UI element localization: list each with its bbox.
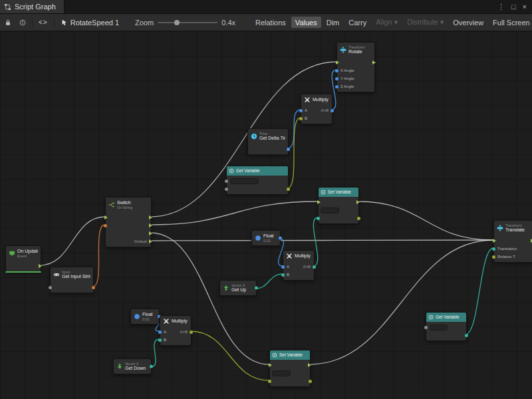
value-port[interactable] <box>335 77 338 80</box>
variable-name-field[interactable] <box>230 178 259 184</box>
button-carry[interactable]: Carry <box>344 17 370 28</box>
separator <box>32 18 33 27</box>
flow-port[interactable] <box>493 239 496 243</box>
node-rotate[interactable]: TransformRotateX AngleY AngleZ Angle <box>336 42 375 92</box>
value-port[interactable] <box>309 380 312 383</box>
value-port[interactable] <box>268 380 271 383</box>
node-on-update[interactable]: On UpdateEvent <box>5 245 41 272</box>
tab-script-graph[interactable]: Script Graph <box>0 0 65 13</box>
value-port[interactable] <box>287 188 290 191</box>
node-header: Set Variable <box>319 188 358 197</box>
value-port[interactable] <box>150 365 153 368</box>
node-multiply-bottom[interactable]: MultiplyAA×BB <box>160 315 192 346</box>
node-row <box>270 377 310 385</box>
button-align[interactable]: Align ▾ <box>372 17 402 28</box>
button-full-screen[interactable]: Full Screen <box>489 17 532 28</box>
zoom-slider-track[interactable] <box>158 22 217 23</box>
node-set-variable-bottom[interactable]: Set Variable <box>269 350 311 387</box>
value-port[interactable] <box>492 247 495 251</box>
node-row: B <box>283 271 314 279</box>
flow-port[interactable] <box>308 363 311 367</box>
value-port[interactable] <box>331 109 334 112</box>
value-port[interactable] <box>313 265 316 269</box>
value-port[interactable] <box>335 69 338 72</box>
node-get-variable-top[interactable]: Get Variable <box>226 166 289 195</box>
value-port[interactable] <box>104 224 107 227</box>
node-set-variable-top[interactable]: Set Variable <box>318 187 359 224</box>
flow-port[interactable] <box>149 215 152 219</box>
port-label: A <box>164 330 166 334</box>
node-float-bottom[interactable]: Float0.01 <box>130 309 160 325</box>
close-icon[interactable]: × <box>523 0 527 13</box>
value-port[interactable] <box>255 287 258 290</box>
value-port[interactable] <box>299 109 303 112</box>
flow-port[interactable] <box>356 200 360 204</box>
node-titles: Get Variable <box>436 315 460 319</box>
zoom-slider[interactable] <box>158 18 217 27</box>
button-overview[interactable]: Overview <box>449 17 487 28</box>
graph-selector[interactable]: RotateSpeed 1 <box>59 19 122 27</box>
menu-icon[interactable]: ⋮ <box>497 0 505 13</box>
button-relations[interactable]: Relations <box>251 17 290 28</box>
value-port[interactable] <box>281 273 285 277</box>
node-get-delta-time[interactable]: TimeGet Delta Time <box>247 128 289 155</box>
zoom-slider-thumb[interactable] <box>174 20 180 25</box>
node-multiply-mid[interactable]: MultiplyAA×BB <box>283 250 315 281</box>
variable-name-field[interactable] <box>430 325 448 331</box>
node-header: Get Variable <box>426 313 466 322</box>
value-port[interactable] <box>492 255 495 259</box>
button-values[interactable]: Values <box>291 17 321 28</box>
flow-port[interactable] <box>372 61 376 65</box>
value-port[interactable] <box>158 338 162 342</box>
value-port[interactable] <box>225 188 228 191</box>
value-port[interactable] <box>190 331 193 334</box>
value-port[interactable] <box>279 237 282 240</box>
node-body <box>426 322 466 340</box>
node-titles: InputGet Input Strin <box>62 270 90 279</box>
flow-port[interactable] <box>317 200 321 204</box>
node-body: Default <box>106 212 151 247</box>
flow-port[interactable] <box>39 264 42 268</box>
flow-port[interactable] <box>336 61 339 65</box>
value-port[interactable] <box>225 180 228 183</box>
monitor-icon <box>9 250 15 257</box>
node-vector3-get-up[interactable]: Vector 3Get Up <box>219 280 257 296</box>
value-port[interactable] <box>49 286 52 289</box>
node-header: Vector 3Get Down <box>114 359 151 374</box>
node-multiply-top[interactable]: MultiplyAA×BB <box>301 94 332 124</box>
value-port[interactable] <box>299 117 303 120</box>
value-port[interactable] <box>424 326 428 329</box>
value-port[interactable] <box>335 85 338 88</box>
button-distribute[interactable]: Distribute ▾ <box>403 17 448 28</box>
flow-port[interactable] <box>149 239 152 243</box>
value-port[interactable] <box>287 148 290 151</box>
value-port[interactable] <box>465 334 468 337</box>
lock-button[interactable] <box>3 18 13 27</box>
variable-name-field[interactable] <box>272 370 291 376</box>
node-row: Y Angle <box>337 74 374 82</box>
flow-port[interactable] <box>149 223 152 227</box>
node-vector3-get-down[interactable]: Vector 3Get Down <box>113 358 152 374</box>
wire-vector3-get-up-to-multiply-mid <box>255 274 283 289</box>
flow-port[interactable] <box>149 231 152 235</box>
button-dim[interactable]: Dim <box>323 17 344 28</box>
node-float-mid[interactable]: Float0.01 <box>251 230 281 246</box>
variable-name-field[interactable] <box>321 207 339 213</box>
flow-port[interactable] <box>269 363 272 367</box>
value-port[interactable] <box>92 286 95 289</box>
maximize-icon[interactable]: □ <box>511 0 516 13</box>
node-switch[interactable]: SwitchOn StringDefault <box>105 197 152 247</box>
value-port[interactable] <box>281 265 285 269</box>
node-row: X Angle <box>337 66 374 74</box>
value-port[interactable] <box>158 331 162 334</box>
code-button[interactable]: <> <box>37 17 50 27</box>
value-port[interactable] <box>317 217 320 220</box>
flow-port[interactable] <box>104 215 108 219</box>
value-port[interactable] <box>357 217 360 220</box>
node-header: Multiply <box>160 316 191 327</box>
node-get-input-string[interactable]: InputGet Input Strin <box>50 267 94 293</box>
node-get-variable-bottom[interactable]: Get Variable <box>426 312 467 341</box>
info-button[interactable] <box>17 18 28 27</box>
graph-canvas[interactable]: On UpdateEventInputGet Input StrinSwitch… <box>0 31 532 399</box>
node-translate[interactable]: TransformTranslateTranslationRelative T <box>493 220 532 263</box>
